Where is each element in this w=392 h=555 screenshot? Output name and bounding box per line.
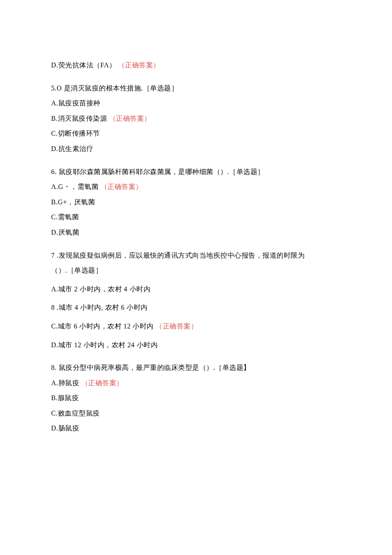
q6-block: 6. 鼠疫耶尔森菌属肠杆菌科耶尔森菌属，是哪种细菌（）.［单选题］ A.G・，需…: [51, 166, 341, 238]
q5-option-d: D.抗生素治疗: [51, 143, 341, 154]
q8-stem: 8. 鼠疫分型中病死率极高，最严重的临床类型是（）.［单选题】: [51, 362, 341, 373]
q5-block: 5.O 是消灭鼠疫的根本性措施.［单选题］ A.鼠疫疫苗接种 B.消灭鼠疫传染源…: [51, 83, 341, 154]
q6-option-b: B.G+，厌氧菌: [51, 197, 341, 208]
q5-option-c: C.切断传播环节: [51, 128, 341, 139]
q4-option-d: D.荧光抗体法（FA） （正确答案）: [51, 60, 341, 71]
q7-option-c-text: C.城市 6 小时内，农村 12 小时内: [51, 323, 154, 330]
q8-block: 8. 鼠疫分型中病死率极高，最严重的临床类型是（）.［单选题】 A.肺鼠疫 （正…: [51, 362, 341, 434]
q6-option-a-correct: （正确答案）: [101, 183, 143, 190]
q8-option-c: C.败血症型鼠疫: [51, 408, 341, 419]
q7-option-d: D.城市 12 小时内，农村 24 小时内: [51, 340, 341, 351]
q6-option-d: D.厌氧菌: [51, 227, 341, 238]
q7-stem-line1: 7 .发现鼠疫疑似病例后，应以最快的通讯方式向当地疾控中心报告，报道的时限为: [51, 250, 341, 261]
q7-option-c-correct: （正确答案）: [156, 323, 198, 330]
q4-option-d-correct: （正确答案）: [118, 61, 160, 69]
q5-stem: 5.O 是消灭鼠疫的根本性措施.［单选题］: [51, 83, 341, 94]
q5-option-a: A.鼠疫疫苗接种: [51, 98, 341, 109]
q8-option-a-text: A.肺鼠疫: [51, 379, 79, 386]
q7-option-a: A.城市 2 小时内，农村 4 小时内: [51, 284, 341, 295]
q6-option-c: C.需氧菌: [51, 212, 341, 223]
q8-option-d: D.肠鼠疫: [51, 423, 341, 434]
q6-option-a: A.G・，需氧菌 （正确答案）: [51, 181, 341, 192]
q5-option-b-text: B.消灭鼠疫传染源: [51, 115, 107, 122]
q7-option-c: C.城市 6 小时内，农村 12 小时内 （正确答案）: [51, 321, 341, 332]
q6-option-a-text: A.G・，需氧菌: [51, 183, 98, 190]
q4-option-d-block: D.荧光抗体法（FA） （正确答案）: [51, 60, 341, 71]
q7-stem-line2: （）.［单选题］: [51, 265, 341, 276]
q8-option-b: B.腺鼠疫: [51, 392, 341, 404]
q8-option-a-correct: （正确答案）: [81, 379, 124, 386]
q6-stem: 6. 鼠疫耶尔森菌属肠杆菌科耶尔森菌属，是哪种细菌（）.［单选题］: [51, 166, 341, 177]
q5-option-b: B.消灭鼠疫传染源 （正确答案）: [51, 113, 341, 124]
q7-option-b: 8 .城市 4 小时内, 农村 6 小时内: [51, 302, 341, 313]
q8-option-a: A.肺鼠疫 （正确答案）: [51, 378, 341, 389]
q5-option-b-correct: （正确答案）: [109, 115, 151, 122]
q7-block: 7 .发现鼠疫疑似病例后，应以最快的通讯方式向当地疾控中心报告，报道的时限为 （…: [51, 250, 341, 351]
q4-option-d-text: D.荧光抗体法（FA）: [51, 61, 116, 69]
